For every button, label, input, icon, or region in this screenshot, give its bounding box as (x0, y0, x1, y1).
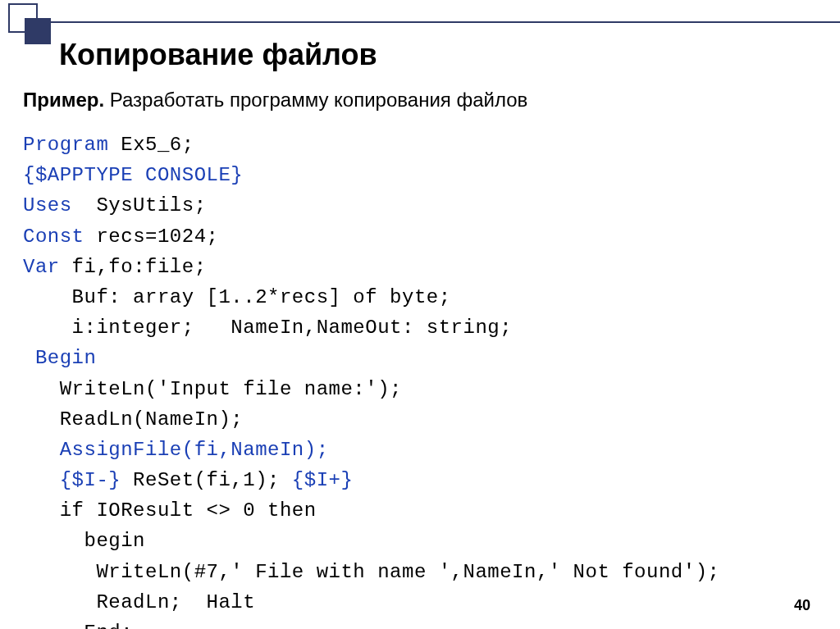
example-label: Пример. (23, 89, 104, 111)
slide: Копирование файлов Пример. Разработать п… (0, 0, 840, 629)
slide-title: Копирование файлов (59, 38, 377, 72)
code-text: ReSet(fi,1); (121, 469, 292, 491)
code-directive-ion: {$I+} (292, 469, 354, 491)
code-assignfile: AssignFile(fi,NameIn); (23, 439, 329, 461)
code-directive-apptype: {$APPTYPE CONSOLE} (23, 164, 243, 186)
code-text: WriteLn(#7,' File with name ',NameIn,' N… (23, 561, 719, 583)
code-text: SysUtils; (72, 194, 207, 217)
example-line: Пример. Разработать программу копировани… (23, 85, 817, 115)
code-text: End; (23, 622, 133, 629)
code-text: ReadLn; Halt (23, 591, 255, 613)
code-text: Ex5_6; (108, 134, 194, 156)
page-number: 40 (794, 597, 810, 614)
code-text: ReadLn(NameIn); (23, 408, 243, 431)
code-text: i:integer; NameIn,NameOut: string; (23, 317, 512, 339)
code-text: WriteLn('Input file name:'); (23, 378, 402, 400)
example-text: Разработать программу копирования файлов (104, 89, 527, 111)
code-text: fi,fo:file; (60, 256, 207, 278)
decor-square-solid (25, 18, 51, 44)
code-kw-uses: Uses (23, 194, 72, 217)
code-kw-begin: Begin (23, 347, 96, 369)
code-kw-program: Program (23, 134, 108, 156)
code-text: recs=1024; (84, 226, 219, 248)
code-text: Buf: array [1..2*recs] of byte; (23, 286, 451, 308)
code-directive-ioff: {$I-} (23, 469, 121, 491)
code-kw-const: Const (23, 226, 84, 248)
code-block: Program Ex5_6; {$APPTYPE CONSOLE} Uses S… (23, 130, 817, 629)
code-kw-var: Var (23, 256, 60, 278)
code-text: if IOResult <> 0 then (23, 499, 317, 522)
code-text: begin (23, 530, 145, 552)
slide-body: Пример. Разработать программу копировани… (23, 85, 817, 629)
decor-horizontal-line (51, 21, 840, 23)
